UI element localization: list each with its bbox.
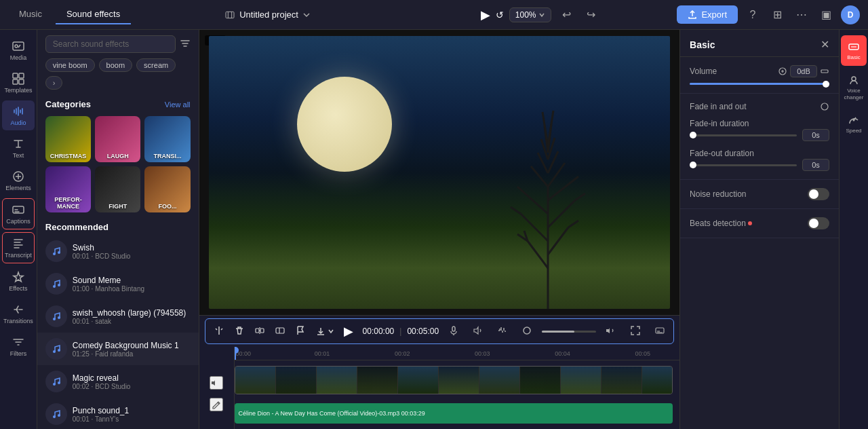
panel-button[interactable]: ▣ [816, 5, 835, 24]
zoom-selector[interactable]: 100% [509, 7, 552, 22]
more-button[interactable]: ⋯ [792, 5, 811, 24]
category-fight[interactable]: FIGHT [95, 166, 140, 212]
layout-button[interactable]: ⊞ [768, 5, 787, 24]
video-track[interactable] [235, 366, 673, 394]
category-transition[interactable]: TRANSI... [144, 116, 190, 162]
sidebar-item-templates-label: Templates [4, 87, 32, 94]
sidebar-item-media[interactable]: Media [2, 35, 35, 65]
volume-slider-track[interactable] [690, 83, 829, 85]
audio-mix-button[interactable] [469, 322, 488, 341]
sidebar-item-audio[interactable]: Audio [2, 100, 35, 130]
sound-item-punch[interactable]: Punch sound_1 00:01 · TannY's [37, 398, 199, 429]
speaker-icon [473, 325, 484, 336]
noise-reduction-section: Noise reduction [680, 180, 839, 209]
download-button[interactable] [311, 323, 338, 339]
tag-scream[interactable]: scream [136, 58, 176, 72]
redo-button[interactable]: ↪ [581, 5, 600, 24]
sidebar-item-transitions[interactable]: Transitions [2, 299, 35, 329]
audio-ducking-button[interactable] [493, 322, 512, 341]
svg-point-60 [852, 77, 856, 81]
sidebar-item-templates[interactable]: Templates [2, 68, 35, 98]
keep-split-button[interactable] [271, 322, 290, 341]
sidebar-item-transcript[interactable]: Transcript [2, 232, 35, 263]
sound-icon-swish-whoosh [45, 305, 67, 327]
vol-icon-button[interactable] [601, 322, 620, 341]
export-button[interactable]: Export [677, 5, 738, 24]
fade-out-slider[interactable] [690, 164, 797, 166]
tag-boom[interactable]: boom [99, 58, 133, 72]
project-selector[interactable]: Untitled project [218, 7, 317, 23]
sound-item-swish-whoosh[interactable]: swish_whoosh (large) (794558) 00:01 · sa… [37, 300, 199, 333]
sound-item-comedy[interactable]: Comedy Background Music 1 01:25 · Faid r… [37, 333, 199, 365]
flag-button[interactable] [291, 322, 310, 341]
beats-detection-row: Beats detection [690, 217, 829, 229]
noise-reduction-toggle[interactable] [808, 188, 829, 200]
svg-point-18 [58, 349, 60, 352]
tag-vine-boom[interactable]: vine boom [45, 58, 95, 72]
circle-button[interactable] [517, 322, 536, 341]
svg-line-39 [548, 111, 553, 146]
category-food-label: FOO... [144, 202, 190, 212]
avatar[interactable]: D [841, 5, 860, 24]
split-at-playhead-button[interactable] [250, 322, 269, 341]
undo-button[interactable]: ↩ [557, 5, 576, 24]
effects-icon [12, 270, 25, 284]
volume-handle-icon[interactable] [820, 67, 829, 76]
right-icon-basic[interactable]: Basic [841, 35, 867, 66]
category-laugh-label: LAUGH [95, 151, 140, 162]
play-button[interactable]: ▶ [481, 7, 490, 22]
search-input[interactable] [45, 35, 176, 53]
mic-button[interactable] [444, 322, 463, 341]
delete-button[interactable] [230, 322, 249, 341]
sidebar-item-effects[interactable]: Effects [2, 266, 35, 296]
trash-icon [234, 325, 245, 336]
sidebar-item-elements[interactable]: Elements [2, 166, 35, 195]
category-food[interactable]: FOO... [144, 166, 190, 212]
track-label-pencil[interactable] [210, 398, 223, 411]
play-timeline-button[interactable]: ▶ [340, 321, 357, 341]
sound-item-magic-reveal[interactable]: Magic reveal 00:02 · BCD Studio [37, 365, 199, 398]
tag-more[interactable]: › [45, 76, 63, 90]
sidebar-item-filters[interactable]: Filters [2, 331, 35, 361]
sound-meta-sound-meme: 01:00 · Manhoa Bintang [73, 285, 191, 293]
sound-icon-magic-reveal [45, 371, 67, 392]
sidebar-item-text[interactable]: Text [2, 133, 35, 163]
tab-sound-effects[interactable]: Sound effects [56, 5, 131, 24]
track-label-vol-down[interactable] [210, 376, 223, 390]
fade-label: Fade in and out [690, 102, 746, 111]
caption-toggle-button[interactable] [650, 322, 669, 341]
sound-icon-punch [45, 403, 67, 425]
tab-music[interactable]: Music [8, 5, 53, 24]
view-all-button[interactable]: View all [165, 100, 191, 109]
category-laugh[interactable]: LAUGH [95, 116, 140, 162]
volume-reset-icon[interactable] [778, 67, 787, 76]
sound-item-swish[interactable]: Swish 00:01 · BCD Studio [37, 235, 199, 267]
music-note-icon [52, 344, 61, 354]
volume-section: Volume 0dB [680, 57, 839, 94]
volume-slider[interactable] [542, 331, 596, 333]
svg-line-28 [517, 187, 548, 214]
ruler-mark-2: 00:02 [395, 350, 410, 357]
beats-detection-toggle[interactable] [808, 217, 829, 229]
sound-icon-comedy [45, 338, 67, 360]
fade-toggle-icon[interactable] [820, 102, 829, 111]
svg-point-16 [58, 316, 60, 319]
split-button[interactable] [210, 322, 229, 341]
right-icon-speed[interactable]: Speed [841, 109, 867, 139]
filter-button[interactable] [180, 38, 191, 51]
audio-track[interactable]: Céline Dion - A New Day Has Come (Offici… [235, 403, 673, 424]
help-button[interactable]: ? [743, 5, 762, 24]
category-performance[interactable]: PERFOR-MANCE [45, 166, 91, 212]
fullscreen-button[interactable] [626, 322, 645, 341]
music-note-icon [52, 409, 61, 419]
category-christmas[interactable]: CHRISTMAS [45, 116, 91, 162]
close-panel-button[interactable]: ✕ [821, 38, 829, 51]
sidebar-item-captions[interactable]: Captions [2, 198, 35, 229]
volume-label: Volume [690, 67, 717, 76]
right-icon-voice-changer[interactable]: Voice changer [841, 69, 867, 106]
fade-in-slider[interactable] [690, 134, 797, 136]
rewind-button[interactable]: ↺ [496, 10, 504, 20]
filter-icon [180, 38, 191, 49]
sound-item-sound-meme[interactable]: Sound Meme 01:00 · Manhoa Bintang [37, 267, 199, 300]
beats-detection-label-container: Beats detection [690, 219, 752, 228]
